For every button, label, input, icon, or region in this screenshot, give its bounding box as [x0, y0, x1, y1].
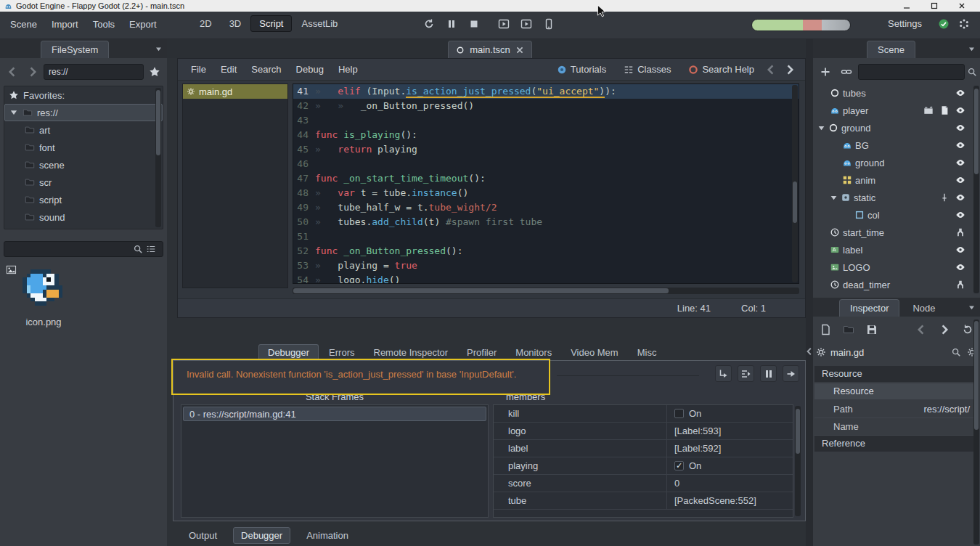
fs-root-folder[interactable]: res://: [4, 104, 163, 121]
code-line-48[interactable]: 48» var t = tube.instance(): [293, 186, 799, 200]
code-line-43[interactable]: 43: [293, 113, 799, 128]
menu-import[interactable]: Import: [44, 16, 86, 33]
script-back-button[interactable]: [761, 60, 780, 79]
help-tutorials[interactable]: Tutorials: [550, 61, 613, 78]
help-search-help[interactable]: Search Help: [681, 61, 761, 78]
code-vscrollbar[interactable]: [792, 85, 798, 282]
eye-icon[interactable]: [955, 88, 965, 98]
property-value-path[interactable]: res://script/: [923, 404, 970, 415]
window-titlebar[interactable]: Godot Engine - Flappy Godot (2.2+) - mai…: [0, 0, 980, 12]
tab-inspector[interactable]: Inspector: [839, 299, 899, 317]
tab-debugger[interactable]: Debugger: [258, 344, 319, 360]
tab-remote-inspector[interactable]: Remote Inspector: [365, 345, 457, 360]
eye-icon[interactable]: [955, 262, 965, 272]
scene-node-dead-timer[interactable]: dead_timer: [813, 276, 976, 293]
add-node-button[interactable]: [816, 62, 835, 81]
menu-tools[interactable]: Tools: [86, 16, 122, 33]
code-line-51[interactable]: 51: [293, 229, 799, 244]
play-scene-button[interactable]: [494, 15, 513, 33]
eye-icon[interactable]: [955, 175, 965, 185]
fs-forward-button[interactable]: [23, 62, 42, 81]
mode-tab-assetlib[interactable]: AssetLib: [293, 16, 346, 31]
maximize-button[interactable]: [931, 2, 938, 9]
editor-menu-help[interactable]: Help: [331, 61, 365, 78]
tab-node[interactable]: Node: [902, 300, 945, 317]
tool-icon[interactable]: [955, 227, 965, 237]
section-resource[interactable]: Resource: [814, 366, 979, 382]
fs-folder-font[interactable]: font: [4, 139, 163, 156]
scene-node-player[interactable]: player: [813, 102, 976, 119]
mode-tab-3d[interactable]: 3D: [221, 16, 250, 31]
tab-monitors[interactable]: Monitors: [507, 345, 560, 360]
section-reference[interactable]: Reference: [814, 436, 979, 452]
load-resource-button[interactable]: [839, 320, 858, 339]
scene-node-bg[interactable]: BG: [813, 136, 976, 154]
code-line-49[interactable]: 49» tube_half_w = t.tube_wight/2: [293, 200, 799, 215]
code-line-46[interactable]: 46: [293, 157, 799, 171]
eye-icon[interactable]: [955, 210, 965, 220]
member-checkbox[interactable]: ✓: [674, 461, 684, 470]
scene-node-label[interactable]: label: [813, 241, 976, 258]
pause-button[interactable]: [442, 15, 461, 33]
fs-back-button[interactable]: [3, 62, 22, 81]
fs-folder-scr[interactable]: scr: [4, 174, 163, 191]
list-view-icon[interactable]: [146, 244, 156, 254]
code-line-50[interactable]: 50» tubes.add_child(t) #spawn first tube: [293, 215, 799, 229]
eye-icon[interactable]: [955, 192, 965, 203]
fs-folder-sound[interactable]: sound: [4, 208, 163, 226]
fs-folder-art[interactable]: art: [4, 121, 163, 139]
fs-folder-script[interactable]: script: [4, 191, 163, 208]
instance-scene-button[interactable]: [837, 62, 856, 81]
scene-node-col[interactable]: col: [813, 206, 976, 224]
editor-menu-search[interactable]: Search: [244, 61, 288, 78]
tool-icon[interactable]: [955, 280, 965, 290]
script-forward-button[interactable]: [780, 60, 799, 79]
scene-node-ground[interactable]: ground: [813, 154, 976, 171]
inspector-scrollbar[interactable]: [973, 319, 979, 545]
tab-filesystem[interactable]: FileSystem: [41, 41, 109, 58]
pin-icon[interactable]: [939, 192, 950, 203]
tab-errors[interactable]: Errors: [320, 345, 363, 360]
code-line-54[interactable]: 54» logo.hide(): [293, 273, 799, 284]
history-forward-button[interactable]: [935, 320, 954, 339]
tab-video-mem[interactable]: Video Mem: [562, 345, 627, 360]
eye-icon[interactable]: [955, 140, 965, 150]
scene-node-logo[interactable]: LOGO: [813, 258, 976, 276]
editor-menu-file[interactable]: File: [184, 61, 213, 78]
fs-path-input[interactable]: [44, 64, 144, 80]
members-scrollbar[interactable]: [795, 406, 801, 516]
tab-misc[interactable]: Misc: [629, 345, 666, 360]
step-over-button[interactable]: [738, 365, 754, 382]
help-classes[interactable]: Classes: [616, 61, 678, 78]
bottom-tab-animation[interactable]: Animation: [299, 528, 356, 543]
search-icon[interactable]: [133, 244, 143, 254]
scene-tree-scrollbar[interactable]: [973, 86, 979, 293]
scene-dock-dropdown-icon[interactable]: [968, 45, 976, 53]
code-line-42[interactable]: 42» » _on_Button_pressed(): [293, 99, 799, 113]
eye-icon[interactable]: [955, 105, 965, 115]
stop-button[interactable]: [465, 15, 483, 33]
mode-tab-script[interactable]: Script: [250, 15, 292, 32]
panel-splitter[interactable]: [806, 39, 813, 546]
new-resource-button[interactable]: [816, 320, 835, 339]
scene-node-anim[interactable]: anim: [813, 171, 976, 189]
tab-profiler[interactable]: Profiler: [458, 345, 505, 360]
script-item-main-gd[interactable]: main.gd: [183, 84, 287, 99]
menu-scene[interactable]: Scene: [3, 16, 44, 33]
break-button[interactable]: [760, 365, 777, 382]
bottom-tab-output[interactable]: Output: [181, 528, 224, 543]
movie-icon[interactable]: [923, 105, 934, 115]
minimize-button[interactable]: [903, 2, 910, 9]
eye-icon[interactable]: [955, 123, 965, 133]
code-line-47[interactable]: 47func _on_start_time_timeout():: [293, 171, 799, 186]
subsection-resource[interactable]: Resource: [814, 383, 979, 399]
expand-icon[interactable]: [9, 108, 18, 117]
panel-menu-dropdown-icon[interactable]: [155, 45, 163, 53]
code-line-52[interactable]: 52func _on_Button_pressed():: [293, 244, 799, 258]
code-editor[interactable]: 41» elif (Input.is_action_just_pressed("…: [293, 83, 799, 284]
fs-folder-scene[interactable]: scene: [4, 156, 163, 174]
expand-icon[interactable]: [830, 194, 838, 202]
member-checkbox[interactable]: [674, 409, 684, 418]
editor-menu-edit[interactable]: Edit: [213, 61, 244, 78]
eye-icon[interactable]: [955, 158, 965, 168]
